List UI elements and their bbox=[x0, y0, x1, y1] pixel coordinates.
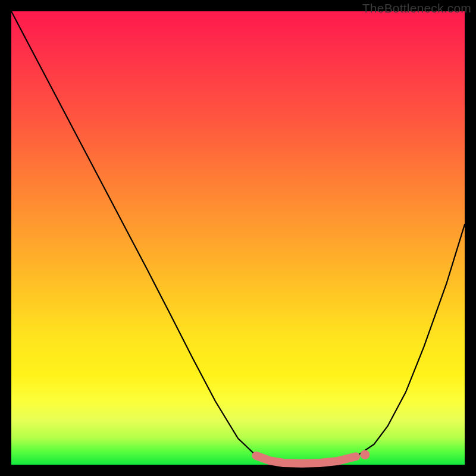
chart-frame: TheBottleneck.com bbox=[0, 0, 476, 476]
curve-line bbox=[11, 11, 465, 464]
bottleneck-curve bbox=[0, 0, 476, 476]
curve-valley-highlight bbox=[256, 456, 356, 464]
curve-marker-dot bbox=[360, 450, 369, 459]
